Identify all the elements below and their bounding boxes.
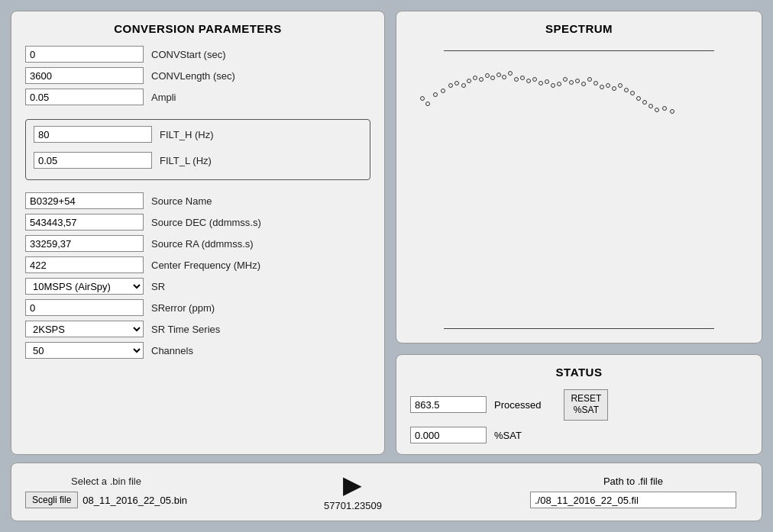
spectrum-dot — [496, 73, 501, 77]
spectrum-dot — [612, 86, 616, 91]
sr-timeseries-label: SR Time Series — [151, 324, 220, 335]
sr-timeseries-row: 2KSPS 1KSPS 4KSPS SR Time Series — [25, 321, 370, 337]
source-dec-input[interactable] — [25, 214, 144, 231]
filt-l-input[interactable] — [34, 152, 152, 169]
channels-select[interactable]: 50 25 100 — [25, 342, 144, 359]
file-select-area: Select a .bin file Scegli file 08_11_201… — [25, 476, 187, 508]
spectrum-dot — [454, 81, 459, 85]
spectrum-dot — [662, 106, 667, 111]
spectrum-dot — [433, 92, 438, 97]
processed-label: Processed — [494, 399, 541, 411]
spectrum-dot — [490, 76, 495, 80]
conv-length-label: CONVLength (sec) — [151, 70, 235, 82]
source-name-input[interactable] — [25, 192, 144, 209]
filt-h-input[interactable] — [34, 126, 152, 143]
spectrum-dot — [551, 83, 555, 88]
spectrum-dot — [630, 91, 635, 95]
file-select-row: Scegli file 08_11_2016_22_05.bin — [25, 492, 187, 508]
conv-length-row: CONVLength (sec) — [25, 67, 370, 84]
conv-length-input[interactable] — [25, 67, 144, 84]
filt-l-label: FILT_L (Hz) — [160, 155, 212, 166]
sr-timeseries-select[interactable]: 2KSPS 1KSPS 4KSPS — [25, 321, 144, 337]
filt-h-row: FILT_H (Hz) — [34, 126, 362, 143]
play-icon: ▶ — [343, 472, 362, 497]
spectrum-dot — [441, 89, 445, 93]
source-dec-label: Source DEC (ddmmss.s) — [151, 217, 261, 228]
fil-area: Path to .fil file — [519, 476, 748, 508]
reset-sat-button[interactable]: RESET %SAT — [564, 389, 608, 421]
processed-row: Processed RESET %SAT — [410, 389, 748, 421]
spectrum-dot — [670, 109, 674, 114]
spectrum-dot — [563, 77, 568, 82]
spectrum-title: SPECTRUM — [410, 22, 748, 35]
spectrum-dot — [606, 83, 610, 88]
source-ra-input[interactable] — [25, 235, 144, 252]
fil-path-input[interactable] — [530, 492, 736, 508]
spectrum-dots-area — [410, 54, 748, 328]
fil-label: Path to .fil file — [603, 476, 663, 487]
conv-start-label: CONVStart (sec) — [151, 49, 226, 60]
source-name-row: Source Name — [25, 192, 370, 209]
spectrum-dot — [569, 80, 574, 85]
channels-label: Channels — [151, 345, 193, 356]
center-freq-input[interactable] — [25, 256, 144, 273]
processed-input[interactable] — [410, 396, 487, 413]
source-ra-row: Source RA (ddmmss.s) — [25, 235, 370, 252]
sr-row: 10MSPS (AirSpy) 2MSPS 5MSPS SR — [25, 278, 370, 295]
srerror-label: SRerror (ppm) — [151, 302, 215, 314]
play-button-area[interactable]: ▶ 57701.23509 — [324, 472, 382, 511]
ampli-input[interactable] — [25, 89, 144, 105]
spectrum-dot — [587, 77, 592, 82]
sr-label: SR — [151, 281, 165, 292]
filt-l-row: FILT_L (Hz) — [34, 152, 362, 169]
select-bin-label: Select a .bin file — [71, 476, 141, 487]
status-panel: STATUS Processed RESET %SAT %SAT — [396, 354, 762, 455]
sr-select[interactable]: 10MSPS (AirSpy) 2MSPS 5MSPS — [25, 278, 144, 295]
spectrum-dot — [581, 82, 586, 86]
spectrum-dot — [467, 79, 471, 83]
spectrum-dot — [485, 73, 490, 78]
spectrum-dot — [479, 77, 484, 82]
play-value: 57701.23509 — [324, 500, 382, 511]
choose-file-button[interactable]: Scegli file — [25, 492, 78, 508]
bin-filename: 08_11_2016_22_05.bin — [82, 495, 187, 506]
spectrum-dot — [502, 75, 506, 79]
spectrum-dot — [648, 104, 653, 108]
spectrum-dot — [557, 82, 561, 86]
spectrum-line-top — [444, 50, 714, 51]
spectrum-dot — [636, 96, 641, 101]
ampli-row: Ampli — [25, 89, 370, 105]
center-freq-label: Center Frequency (MHz) — [151, 260, 260, 271]
bottom-bar: Select a .bin file Scegli file 08_11_201… — [11, 463, 762, 521]
spectrum-dot — [655, 108, 659, 112]
spectrum-panel: SPECTRUM — [396, 11, 762, 343]
spectrum-dot — [642, 100, 647, 105]
source-dec-row: Source DEC (ddmmss.s) — [25, 214, 370, 231]
right-panels: SPECTRUM STATUS Processed RESET %SAT %SA… — [396, 11, 762, 455]
spectrum-dot — [514, 77, 519, 82]
source-ra-label: Source RA (ddmmss.s) — [151, 238, 254, 250]
srerror-row: SRerror (ppm) — [25, 299, 370, 316]
spectrum-dot — [508, 71, 513, 76]
spectrum-dot — [624, 88, 629, 92]
filt-h-label: FILT_H (Hz) — [160, 129, 214, 140]
spectrum-dot — [520, 76, 525, 80]
sat-input[interactable] — [410, 427, 487, 443]
spectrum-dot — [593, 81, 598, 85]
spectrum-dot — [618, 83, 623, 88]
spectrum-dot — [461, 83, 466, 88]
conv-start-row: CONVStart (sec) — [25, 46, 370, 63]
spectrum-dot — [532, 77, 537, 82]
spectrum-dot — [448, 83, 453, 88]
srerror-input[interactable] — [25, 299, 144, 316]
ampli-label: Ampli — [151, 92, 176, 103]
spectrum-dot — [420, 96, 425, 101]
status-title: STATUS — [410, 366, 748, 379]
conversion-params-title: CONVERSION PARAMETERS — [25, 22, 370, 35]
conv-start-input[interactable] — [25, 46, 144, 63]
spectrum-line-bottom — [444, 328, 714, 329]
spectrum-dot — [575, 79, 580, 83]
center-freq-row: Center Frequency (MHz) — [25, 256, 370, 273]
spectrum-dot — [539, 81, 543, 85]
source-name-label: Source Name — [151, 195, 212, 207]
